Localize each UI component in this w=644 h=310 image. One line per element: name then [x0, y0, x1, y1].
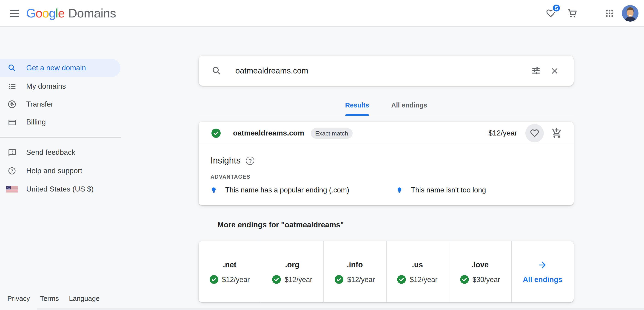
sidebar-item-region-currency[interactable]: United States (US $)	[0, 180, 120, 198]
domain-search-box	[198, 55, 574, 86]
insights-help-icon[interactable]: ?	[246, 157, 254, 165]
logo-product-name: Domains	[68, 6, 116, 20]
sidebar-item-label: Help and support	[26, 167, 82, 175]
google-domains-app: Google Domains 5	[0, 0, 644, 310]
available-check-icon	[212, 129, 221, 138]
sidebar-item-label: Billing	[26, 118, 46, 126]
favorites-count-badge: 5	[552, 4, 561, 12]
search-icon	[0, 63, 24, 72]
tab-results[interactable]: Results	[334, 95, 380, 115]
tld-label: .love	[472, 259, 489, 269]
language-link[interactable]: Language	[69, 294, 100, 302]
apps-grid-icon	[605, 9, 614, 18]
avatar-photo-icon	[622, 5, 638, 21]
help-icon: ?	[0, 166, 24, 175]
ending-price-label: $12/year	[284, 275, 312, 284]
more-endings-card: .net $12/year .org $12/year .info $12/ye…	[198, 241, 574, 302]
tld-label: .info	[347, 259, 363, 269]
logo-letter: e	[58, 6, 64, 20]
logo-letter: o	[42, 6, 49, 20]
logo-letter: o	[36, 6, 42, 20]
cart-icon	[567, 8, 578, 19]
search-filters-button[interactable]	[527, 61, 545, 80]
lightbulb-icon	[210, 186, 217, 194]
advantage-item: This name isn't too long	[396, 186, 486, 195]
list-icon	[0, 82, 24, 91]
hamburger-menu-button[interactable]	[4, 3, 24, 23]
hamburger-icon	[10, 10, 19, 11]
sidebar-item-send-feedback[interactable]: Send feedback	[0, 143, 120, 162]
tld-label: .net	[223, 259, 236, 269]
advantage-text: This name isn't too long	[411, 186, 486, 195]
sidebar-item-my-domains[interactable]: My domains	[0, 77, 120, 95]
ending-option-org[interactable]: .org $12/year	[261, 241, 323, 302]
sidebar-item-transfer[interactable]: Transfer	[0, 95, 120, 113]
advantage-text: This name has a popular ending (.com)	[225, 186, 349, 195]
bottom-scroll-edge	[37, 308, 644, 310]
clear-search-button[interactable]	[545, 61, 564, 80]
insights-section: Insights ? ADVANTAGES This name has a po…	[198, 145, 574, 195]
ending-option-us[interactable]: .us $12/year	[386, 241, 448, 302]
domain-result-row[interactable]: oatmealdreams.com Exact match $12/year	[198, 122, 574, 145]
domain-search-input[interactable]	[235, 66, 527, 75]
sidebar-item-label: United States (US $)	[26, 185, 94, 193]
exact-match-badge: Exact match	[310, 128, 352, 138]
tune-icon	[532, 66, 540, 75]
footer-links: Privacy Terms Language	[7, 294, 100, 302]
sidebar-item-help-and-support[interactable]: ? Help and support	[0, 162, 120, 180]
search-icon	[212, 66, 222, 76]
cart-button[interactable]	[562, 3, 582, 23]
sidebar: Get a new domain My domains Transfer	[0, 27, 121, 310]
sidebar-item-billing[interactable]: Billing	[0, 113, 120, 131]
ending-price-label: $12/year	[410, 275, 438, 284]
ending-price-label: $12/year	[347, 275, 375, 284]
results-tab-bar: Results All endings	[198, 95, 574, 115]
available-check-icon	[335, 275, 344, 284]
tab-all-endings[interactable]: All endings	[380, 95, 438, 115]
ending-price-label: $12/year	[222, 275, 250, 284]
sidebar-item-get-a-new-domain[interactable]: Get a new domain	[0, 59, 120, 77]
us-flag-icon	[0, 186, 24, 192]
available-check-icon	[272, 275, 281, 284]
sidebar-item-label: Transfer	[26, 100, 53, 108]
terms-link[interactable]: Terms	[40, 294, 59, 302]
logo-letter: G	[26, 6, 36, 20]
transfer-icon	[0, 100, 24, 109]
more-endings-heading: More endings for "oatmealdreams"	[218, 220, 344, 229]
heart-icon	[530, 128, 540, 138]
all-endings-label: All endings	[523, 275, 562, 284]
close-icon	[550, 66, 559, 75]
feedback-icon	[0, 148, 24, 157]
advantage-item: This name has a popular ending (.com)	[210, 186, 396, 195]
google-apps-button[interactable]	[600, 3, 620, 23]
logo-letter: l	[56, 6, 58, 20]
search-result-card: oatmealdreams.com Exact match $12/year I…	[198, 122, 574, 205]
result-price: $12/year	[488, 129, 517, 137]
google-domains-logo[interactable]: Google Domains	[26, 0, 116, 27]
credit-card-icon	[0, 118, 24, 127]
arrow-forward-icon	[538, 260, 548, 270]
privacy-link[interactable]: Privacy	[7, 294, 30, 302]
sidebar-item-label: My domains	[26, 82, 66, 90]
available-check-icon	[398, 275, 406, 284]
ending-option-love[interactable]: .love $30/year	[448, 241, 511, 302]
sidebar-divider	[0, 137, 121, 138]
tld-label: .org	[285, 259, 299, 269]
account-avatar[interactable]	[622, 5, 638, 21]
ending-option-net[interactable]: .net $12/year	[198, 241, 261, 302]
svg-text:?: ?	[10, 169, 13, 173]
sidebar-item-label: Send feedback	[26, 148, 76, 157]
topbar-actions: 5	[540, 0, 638, 27]
insights-title: Insights	[210, 156, 241, 166]
advantages-label: ADVANTAGES	[210, 174, 562, 180]
topbar: Google Domains 5	[0, 0, 644, 27]
add-to-cart-button[interactable]	[548, 124, 566, 142]
all-endings-link[interactable]: All endings	[511, 241, 574, 302]
favorite-domain-button[interactable]	[526, 124, 544, 142]
lightbulb-icon	[396, 186, 403, 194]
ending-option-info[interactable]: .info $12/year	[324, 241, 386, 302]
available-check-icon	[210, 275, 218, 284]
logo-letter: g	[49, 6, 56, 20]
available-check-icon	[460, 275, 469, 284]
favorites-button[interactable]: 5	[540, 3, 561, 23]
